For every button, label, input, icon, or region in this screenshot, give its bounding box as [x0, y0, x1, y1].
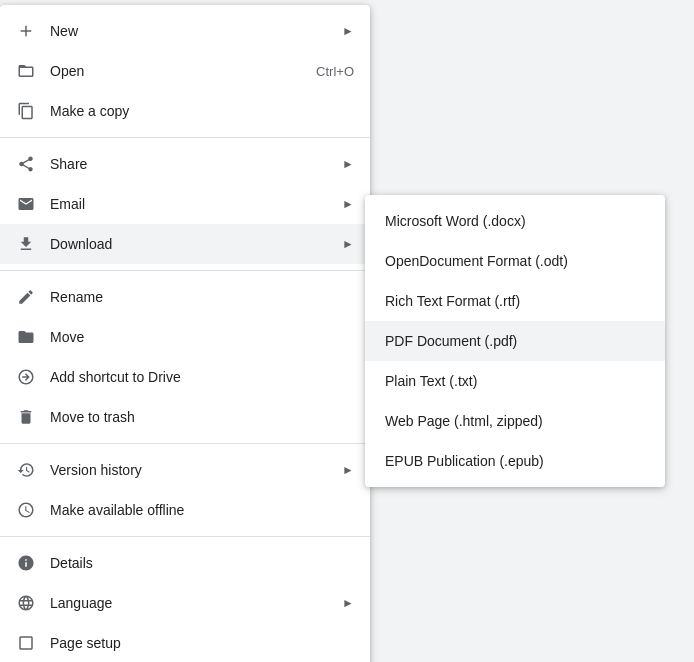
menu-item-rename[interactable]: Rename [0, 277, 370, 317]
menu-item-page-setup-label: Page setup [50, 635, 354, 651]
menu-item-new-label: New [50, 23, 342, 39]
submenu-item-epub[interactable]: EPUB Publication (.epub) [365, 441, 665, 481]
menu-item-offline-label: Make available offline [50, 502, 354, 518]
submenu-item-txt-label: Plain Text (.txt) [385, 373, 477, 389]
menu-item-make-copy[interactable]: Make a copy [0, 91, 370, 131]
menu-item-add-shortcut-label: Add shortcut to Drive [50, 369, 354, 385]
menu-item-download-label: Download [50, 236, 342, 252]
submenu-item-rtf-label: Rich Text Format (.rtf) [385, 293, 520, 309]
menu-item-offline[interactable]: Make available offline [0, 490, 370, 530]
page-setup-icon [16, 633, 36, 653]
menu-item-trash-label: Move to trash [50, 409, 354, 425]
history-icon [16, 460, 36, 480]
submenu-item-epub-label: EPUB Publication (.epub) [385, 453, 544, 469]
menu-item-rename-label: Rename [50, 289, 354, 305]
menu-item-details[interactable]: Details [0, 543, 370, 583]
menu-item-move[interactable]: Move [0, 317, 370, 357]
rename-icon [16, 287, 36, 307]
menu-item-language[interactable]: Language ► [0, 583, 370, 623]
submenu-item-odt-label: OpenDocument Format (.odt) [385, 253, 568, 269]
divider-3 [0, 443, 370, 444]
open-icon [16, 61, 36, 81]
menu-item-email[interactable]: Email ► [0, 184, 370, 224]
menu-item-version-history-label: Version history [50, 462, 342, 478]
submenu-item-html[interactable]: Web Page (.html, zipped) [365, 401, 665, 441]
context-menu: New ► Open Ctrl+O Make a copy Share ► Em… [0, 5, 370, 662]
menu-item-share-label: Share [50, 156, 342, 172]
menu-item-move-label: Move [50, 329, 354, 345]
menu-item-details-label: Details [50, 555, 354, 571]
arrow-icon-email: ► [342, 197, 354, 211]
arrow-icon-version: ► [342, 463, 354, 477]
shortcut-icon [16, 367, 36, 387]
menu-item-open-label: Open [50, 63, 284, 79]
submenu-item-word[interactable]: Microsoft Word (.docx) [365, 201, 665, 241]
menu-item-language-label: Language [50, 595, 342, 611]
menu-item-share[interactable]: Share ► [0, 144, 370, 184]
trash-icon [16, 407, 36, 427]
arrow-icon-share: ► [342, 157, 354, 171]
submenu-item-word-label: Microsoft Word (.docx) [385, 213, 526, 229]
submenu-item-txt[interactable]: Plain Text (.txt) [365, 361, 665, 401]
download-submenu: Microsoft Word (.docx) OpenDocument Form… [365, 195, 665, 487]
menu-item-open[interactable]: Open Ctrl+O [0, 51, 370, 91]
divider-2 [0, 270, 370, 271]
menu-item-add-shortcut[interactable]: Add shortcut to Drive [0, 357, 370, 397]
submenu-item-odt[interactable]: OpenDocument Format (.odt) [365, 241, 665, 281]
menu-item-download[interactable]: Download ► [0, 224, 370, 264]
menu-item-trash[interactable]: Move to trash [0, 397, 370, 437]
submenu-item-pdf[interactable]: PDF Document (.pdf) [365, 321, 665, 361]
menu-item-new[interactable]: New ► [0, 11, 370, 51]
info-icon [16, 553, 36, 573]
menu-item-page-setup[interactable]: Page setup [0, 623, 370, 662]
language-icon [16, 593, 36, 613]
menu-item-make-copy-label: Make a copy [50, 103, 354, 119]
email-icon [16, 194, 36, 214]
divider-4 [0, 536, 370, 537]
new-icon [16, 21, 36, 41]
arrow-icon-download: ► [342, 237, 354, 251]
open-shortcut: Ctrl+O [316, 64, 354, 79]
arrow-icon-new: ► [342, 24, 354, 38]
arrow-icon-language: ► [342, 596, 354, 610]
move-icon [16, 327, 36, 347]
offline-icon [16, 500, 36, 520]
download-icon [16, 234, 36, 254]
menu-item-email-label: Email [50, 196, 342, 212]
copy-icon [16, 101, 36, 121]
submenu-item-html-label: Web Page (.html, zipped) [385, 413, 543, 429]
share-icon [16, 154, 36, 174]
divider-1 [0, 137, 370, 138]
submenu-item-rtf[interactable]: Rich Text Format (.rtf) [365, 281, 665, 321]
submenu-item-pdf-label: PDF Document (.pdf) [385, 333, 517, 349]
menu-item-version-history[interactable]: Version history ► [0, 450, 370, 490]
